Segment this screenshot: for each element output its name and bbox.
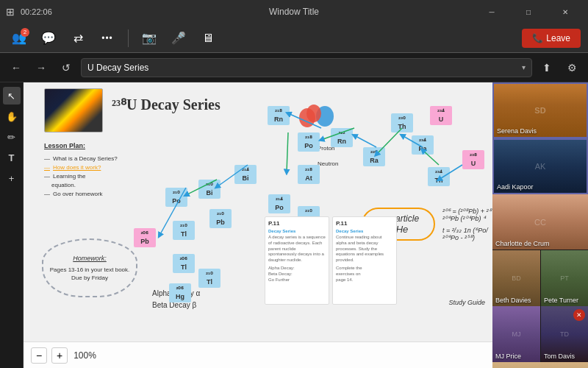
participant-serena: SD Serena Davis — [492, 82, 588, 138]
sticky-214po: ²¹⁴Po — [268, 194, 290, 213]
svg-line-4 — [354, 135, 376, 147]
whiteboard-title: ²³⁸U Decay Series — [112, 96, 220, 113]
study-guide-page-1: P.11 Decay Series A decay series is a se… — [265, 216, 329, 305]
equation-area: ²⁰⁶ = (²⁰⁸Pb) + ²⁸ ²⁰⁴Pb (²⁰⁴Pb) ⁴ t = ²… — [442, 208, 492, 241]
whiteboard-content: ²³⁸U Decay Series Lesson Plan: —What is … — [24, 82, 492, 342]
svg-line-7 — [287, 132, 288, 172]
chat-icon[interactable]: 💬 — [37, 26, 60, 50]
phone-icon: 📞 — [532, 33, 543, 43]
participant-name-tom: Tom Davis — [544, 353, 575, 360]
screen-share-icon[interactable]: 🖥 — [196, 26, 220, 50]
whiteboard-bottom-bar: − + 100% — [24, 342, 492, 368]
participant-aadi: AK Aadi Kapoor — [492, 138, 588, 194]
zoom-in-button[interactable]: + — [51, 347, 68, 364]
participant-row-beth-pete: BD Beth Davies PT Pete Turner — [492, 250, 588, 306]
participant-name-beth: Beth Davies — [495, 297, 531, 304]
mute-icon-tom: ✕ — [573, 309, 585, 321]
mineral-image — [44, 88, 103, 132]
main-content: ↖ ✋ ✏ T + ²³⁸U Decay Series Lesson Plan:… — [0, 82, 588, 368]
sticky-234pa: ²³⁴Pa — [412, 135, 434, 155]
titlebar: ⊞ 00:22:06 Window Title ─ □ ✕ — [0, 0, 588, 24]
study-guide-page-2: P.11 Decay Series Continue reading about… — [332, 216, 397, 305]
participant-name-charlotte: Charlotte de Crum — [495, 240, 550, 247]
lesson-item-1: —What is a Decay Series? — [44, 155, 118, 163]
participants-panel: SD Serena Davis AK Aadi Kapoor CC Charlo… — [492, 82, 588, 368]
sticky-206pb: ²⁰⁶Pb — [134, 228, 156, 247]
lesson-item-3: —Learning the — [44, 172, 118, 181]
sticky-210po2: ²¹⁰Po — [165, 188, 187, 207]
sticky-234th: ²³⁴Th — [428, 167, 450, 186]
dropdown-icon[interactable]: ▾ — [522, 63, 526, 71]
mic-icon[interactable]: 🎤 — [167, 26, 190, 50]
sticky-238u: ²³⁸U — [462, 150, 484, 169]
sticky-230th: ²³⁰Th — [391, 113, 413, 132]
forward-button[interactable]: → — [31, 57, 51, 78]
participant-row-mj-tom: MJ MJ Price TD Tom Davis ✕ — [492, 306, 588, 362]
timer-display: 00:22:06 — [21, 7, 52, 16]
lesson-item-4: —Go over homework — [44, 190, 118, 199]
sticky-214bi: ²¹⁴Bi — [234, 165, 257, 184]
sticky-210pb: ²¹⁰Pb — [209, 209, 232, 228]
sticky-218po: ²¹⁸Po — [298, 132, 320, 152]
people-icon[interactable]: 👥 2 — [7, 26, 31, 50]
participant-beth: BD Beth Davies — [492, 250, 540, 306]
participant-name-mj: MJ Price — [495, 353, 521, 360]
homework-cloud: Homework: Pages 13-16 in your text book.… — [42, 238, 137, 297]
more-options-icon[interactable]: ••• — [96, 26, 119, 50]
sticky-226ra: ²²⁶Ra — [363, 147, 385, 166]
url-bar[interactable]: U Decay Series ▾ — [81, 58, 532, 77]
meeting-toolbar: 👥 2 💬 ⇄ ••• 📷 🎤 🖥 📞 Leave — [0, 24, 588, 53]
lesson-item-3b: equation. — [51, 181, 118, 190]
cursor-tool[interactable]: ↖ — [3, 87, 21, 105]
sticky-210tl: ²¹⁰Tl — [173, 221, 195, 240]
add-tool[interactable]: + — [3, 169, 21, 187]
participant-charlotte: CC Charlotte de Crum — [492, 194, 588, 250]
camera-icon[interactable]: 📷 — [137, 26, 161, 50]
sticky-210bi: ²¹⁰Bi — [198, 180, 220, 199]
sticky-210tl2: ²¹⁰Tl — [198, 269, 220, 288]
hand-tool[interactable]: ✋ — [3, 107, 21, 125]
app-grid-icon[interactable]: ⊞ — [6, 6, 15, 18]
sticky-206tl: ²⁰⁶Tl — [173, 254, 195, 273]
study-guide-pages: P.11 Decay Series A decay series is a se… — [265, 216, 397, 305]
participant-name-serena: Serena Davis — [497, 127, 537, 135]
leave-button[interactable]: 📞 Leave — [522, 29, 581, 48]
zoom-out-button[interactable]: − — [31, 347, 47, 364]
back-button[interactable]: ← — [6, 57, 26, 78]
participant-last: 😊 — [492, 362, 588, 368]
minimize-button[interactable]: ─ — [475, 0, 509, 24]
participant-tom: TD Tom Davis ✕ — [540, 306, 588, 362]
zoom-level: 100% — [72, 350, 98, 361]
lesson-item-2: —How does it work? — [44, 163, 118, 172]
left-tools-panel: ↖ ✋ ✏ T + — [0, 82, 24, 368]
switch-icon[interactable]: ⇄ — [66, 26, 90, 50]
share-icon[interactable]: ⬆ — [537, 57, 557, 78]
refresh-button[interactable]: ↺ — [56, 57, 76, 78]
study-guide-label: Study Guide — [448, 299, 485, 306]
sticky-222rn: ²²²Rn — [331, 128, 353, 147]
sticky-218rn: ²¹⁸Rn — [268, 106, 290, 125]
participant-pete: PT Pete Turner — [540, 250, 588, 306]
close-button[interactable]: ✕ — [548, 0, 582, 24]
sticky-234u-top: ²³⁴U — [430, 106, 452, 125]
participant-name-aadi: Aadi Kapoor — [497, 183, 534, 191]
settings-icon[interactable]: ⚙ — [562, 57, 582, 78]
participant-name-pete: Pete Turner — [544, 297, 578, 304]
lesson-plan-box: Lesson Plan: —What is a Decay Series? —H… — [44, 141, 118, 199]
text-tool[interactable]: T — [3, 149, 21, 166]
whiteboard-area[interactable]: ²³⁸U Decay Series Lesson Plan: —What is … — [24, 82, 492, 368]
navigation-toolbar: ← → ↺ U Decay Series ▾ ⬆ ⚙ — [0, 53, 588, 82]
pen-tool[interactable]: ✏ — [3, 128, 21, 146]
sticky-206hg: ²⁰⁶Hg — [169, 283, 191, 302]
sticky-218at: ²¹⁸At — [298, 165, 320, 184]
maximize-button[interactable]: □ — [512, 0, 545, 24]
participant-mj: MJ MJ Price — [492, 306, 540, 362]
window-title: Window Title — [269, 7, 319, 17]
